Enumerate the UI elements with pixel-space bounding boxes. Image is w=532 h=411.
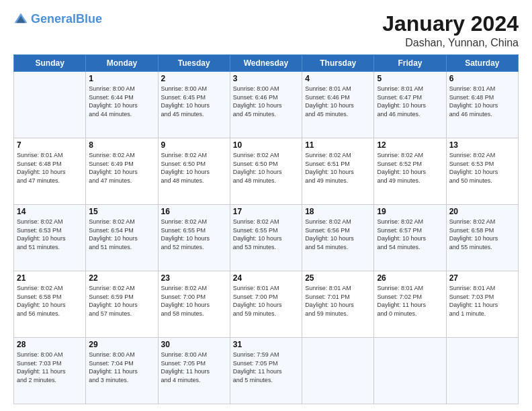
day-info: Sunrise: 8:01 AM Sunset: 6:47 PM Dayligh… — [377, 85, 443, 118]
calendar-week-5: 28Sunrise: 8:00 AM Sunset: 7:03 PM Dayli… — [14, 338, 519, 404]
day-number: 2 — [161, 74, 227, 83]
day-info: Sunrise: 8:01 AM Sunset: 6:46 PM Dayligh… — [305, 85, 371, 118]
calendar-cell — [302, 338, 374, 404]
calendar-cell: 2Sunrise: 8:00 AM Sunset: 6:45 PM Daylig… — [158, 72, 230, 138]
day-info: Sunrise: 8:02 AM Sunset: 6:50 PM Dayligh… — [161, 151, 227, 185]
calendar-week-3: 14Sunrise: 8:02 AM Sunset: 6:53 PM Dayli… — [14, 205, 519, 271]
calendar-cell: 8Sunrise: 8:02 AM Sunset: 6:49 PM Daylig… — [86, 138, 158, 205]
day-number: 19 — [377, 207, 443, 216]
calendar-cell: 3Sunrise: 8:00 AM Sunset: 6:46 PM Daylig… — [230, 72, 302, 138]
calendar-cell: 11Sunrise: 8:02 AM Sunset: 6:51 PM Dayli… — [302, 138, 374, 205]
day-number: 14 — [17, 207, 83, 216]
calendar-cell: 23Sunrise: 8:02 AM Sunset: 7:00 PM Dayli… — [158, 271, 230, 338]
day-number: 30 — [161, 340, 227, 349]
day-number: 13 — [449, 140, 515, 150]
calendar-week-1: 1Sunrise: 8:00 AM Sunset: 6:44 PM Daylig… — [14, 72, 519, 138]
day-number: 8 — [89, 140, 154, 150]
day-number: 24 — [233, 273, 299, 283]
day-info: Sunrise: 8:02 AM Sunset: 6:53 PM Dayligh… — [449, 151, 515, 185]
day-info: Sunrise: 8:02 AM Sunset: 6:49 PM Dayligh… — [89, 151, 154, 185]
day-number: 7 — [17, 140, 83, 150]
day-number: 31 — [233, 340, 299, 349]
day-info: Sunrise: 8:02 AM Sunset: 6:57 PM Dayligh… — [377, 218, 443, 251]
day-info: Sunrise: 8:01 AM Sunset: 6:48 PM Dayligh… — [449, 85, 515, 118]
calendar-cell: 30Sunrise: 8:00 AM Sunset: 7:05 PM Dayli… — [158, 338, 230, 404]
calendar-cell: 31Sunrise: 7:59 AM Sunset: 7:05 PM Dayli… — [230, 338, 302, 404]
day-info: Sunrise: 8:00 AM Sunset: 6:45 PM Dayligh… — [161, 85, 227, 118]
day-number: 25 — [305, 273, 371, 283]
day-info: Sunrise: 8:00 AM Sunset: 6:46 PM Dayligh… — [233, 85, 299, 118]
logo-line1: General — [31, 12, 76, 26]
day-info: Sunrise: 8:02 AM Sunset: 6:56 PM Dayligh… — [305, 218, 371, 251]
calendar-cell: 19Sunrise: 8:02 AM Sunset: 6:57 PM Dayli… — [374, 205, 446, 271]
logo-text: GeneralBlue — [31, 13, 102, 26]
day-number: 12 — [377, 140, 443, 150]
day-number: 26 — [377, 273, 443, 283]
day-info: Sunrise: 8:00 AM Sunset: 7:03 PM Dayligh… — [17, 351, 83, 384]
day-header-saturday: Saturday — [446, 55, 518, 72]
logo-line2: Blue — [76, 12, 102, 26]
logo-icon — [13, 12, 28, 27]
day-number: 5 — [377, 74, 443, 83]
day-info: Sunrise: 8:00 AM Sunset: 6:44 PM Dayligh… — [89, 85, 154, 118]
calendar-week-2: 7Sunrise: 8:01 AM Sunset: 6:48 PM Daylig… — [14, 138, 519, 205]
day-info: Sunrise: 8:02 AM Sunset: 6:51 PM Dayligh… — [305, 151, 371, 185]
day-info: Sunrise: 8:02 AM Sunset: 6:54 PM Dayligh… — [89, 218, 154, 251]
calendar-cell: 17Sunrise: 8:02 AM Sunset: 6:55 PM Dayli… — [230, 205, 302, 271]
day-info: Sunrise: 8:01 AM Sunset: 7:03 PM Dayligh… — [449, 284, 515, 318]
day-header-wednesday: Wednesday — [230, 55, 302, 72]
day-info: Sunrise: 8:01 AM Sunset: 7:01 PM Dayligh… — [305, 284, 371, 318]
calendar-cell: 14Sunrise: 8:02 AM Sunset: 6:53 PM Dayli… — [14, 205, 86, 271]
day-header-tuesday: Tuesday — [158, 55, 230, 72]
day-info: Sunrise: 8:01 AM Sunset: 7:02 PM Dayligh… — [377, 284, 443, 318]
day-number: 27 — [449, 273, 515, 283]
day-number: 23 — [161, 273, 227, 283]
calendar-cell: 7Sunrise: 8:01 AM Sunset: 6:48 PM Daylig… — [14, 138, 86, 205]
day-number: 29 — [89, 340, 154, 349]
day-number: 17 — [233, 207, 299, 216]
calendar-cell: 28Sunrise: 8:00 AM Sunset: 7:03 PM Dayli… — [14, 338, 86, 404]
day-number: 15 — [89, 207, 154, 216]
calendar-cell: 15Sunrise: 8:02 AM Sunset: 6:54 PM Dayli… — [86, 205, 158, 271]
day-number: 9 — [161, 140, 227, 150]
day-number: 1 — [89, 74, 154, 83]
day-info: Sunrise: 8:01 AM Sunset: 7:00 PM Dayligh… — [233, 284, 299, 318]
day-info: Sunrise: 8:02 AM Sunset: 6:58 PM Dayligh… — [449, 218, 515, 251]
calendar-week-4: 21Sunrise: 8:02 AM Sunset: 6:58 PM Dayli… — [14, 271, 519, 338]
day-info: Sunrise: 8:02 AM Sunset: 7:00 PM Dayligh… — [161, 284, 227, 318]
calendar-cell: 20Sunrise: 8:02 AM Sunset: 6:58 PM Dayli… — [446, 205, 518, 271]
day-header-sunday: Sunday — [14, 55, 86, 72]
day-number: 6 — [449, 74, 515, 83]
calendar-cell: 13Sunrise: 8:02 AM Sunset: 6:53 PM Dayli… — [446, 138, 518, 205]
day-number: 21 — [17, 273, 83, 283]
day-info: Sunrise: 8:02 AM Sunset: 6:52 PM Dayligh… — [377, 151, 443, 185]
day-number: 4 — [305, 74, 371, 83]
day-info: Sunrise: 8:00 AM Sunset: 7:04 PM Dayligh… — [89, 351, 154, 384]
calendar-cell: 5Sunrise: 8:01 AM Sunset: 6:47 PM Daylig… — [374, 72, 446, 138]
day-header-thursday: Thursday — [302, 55, 374, 72]
day-info: Sunrise: 8:02 AM Sunset: 6:50 PM Dayligh… — [233, 151, 299, 185]
calendar-cell: 25Sunrise: 8:01 AM Sunset: 7:01 PM Dayli… — [302, 271, 374, 338]
calendar-cell: 18Sunrise: 8:02 AM Sunset: 6:56 PM Dayli… — [302, 205, 374, 271]
calendar-cell: 1Sunrise: 8:00 AM Sunset: 6:44 PM Daylig… — [86, 72, 158, 138]
logo: GeneralBlue — [13, 12, 102, 27]
day-number: 10 — [233, 140, 299, 150]
calendar-header-row: SundayMondayTuesdayWednesdayThursdayFrid… — [14, 55, 519, 72]
day-info: Sunrise: 7:59 AM Sunset: 7:05 PM Dayligh… — [233, 351, 299, 384]
month-title: January 2024 — [382, 12, 519, 36]
title-block: January 2024 Dashan, Yunnan, China — [382, 12, 519, 49]
calendar-cell — [14, 72, 86, 138]
calendar-cell: 26Sunrise: 8:01 AM Sunset: 7:02 PM Dayli… — [374, 271, 446, 338]
location-title: Dashan, Yunnan, China — [382, 37, 519, 49]
calendar-cell: 29Sunrise: 8:00 AM Sunset: 7:04 PM Dayli… — [86, 338, 158, 404]
calendar-cell: 22Sunrise: 8:02 AM Sunset: 6:59 PM Dayli… — [86, 271, 158, 338]
calendar-cell — [374, 338, 446, 404]
header: GeneralBlue January 2024 Dashan, Yunnan,… — [13, 12, 519, 49]
day-info: Sunrise: 8:02 AM Sunset: 6:55 PM Dayligh… — [233, 218, 299, 251]
day-number: 11 — [305, 140, 371, 150]
calendar-cell: 4Sunrise: 8:01 AM Sunset: 6:46 PM Daylig… — [302, 72, 374, 138]
calendar-cell: 24Sunrise: 8:01 AM Sunset: 7:00 PM Dayli… — [230, 271, 302, 338]
calendar-cell: 6Sunrise: 8:01 AM Sunset: 6:48 PM Daylig… — [446, 72, 518, 138]
day-info: Sunrise: 8:00 AM Sunset: 7:05 PM Dayligh… — [161, 351, 227, 384]
day-number: 18 — [305, 207, 371, 216]
